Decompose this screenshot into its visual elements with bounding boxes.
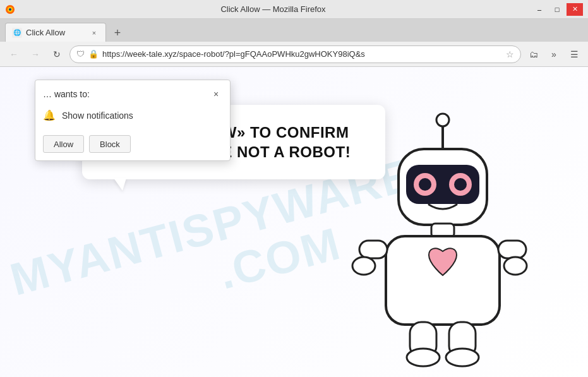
new-tab-button[interactable]: + (109, 24, 126, 42)
svg-rect-15 (498, 241, 526, 258)
pocket-button[interactable]: 🗂 (525, 45, 543, 63)
show-notifications-label: Show notifications (62, 111, 133, 121)
svg-rect-13 (359, 241, 387, 258)
url-text: https://week-tale.xyz/space-robot/?pl=gF… (102, 49, 502, 59)
tabbar: 🌐 Click Allow × + (0, 19, 588, 42)
tab-favicon: 🌐 (12, 28, 22, 38)
popup-header: … wants to: × (35, 80, 230, 105)
block-button[interactable]: Block (89, 135, 131, 153)
notification-popup: … wants to: × 🔔 Show notifications Allow… (35, 80, 231, 161)
popup-wants-to-text: … wants to: (43, 89, 90, 99)
svg-point-20 (446, 349, 479, 366)
svg-point-10 (454, 178, 467, 191)
svg-rect-12 (386, 236, 500, 325)
back-button[interactable]: ← (5, 45, 23, 63)
shield-icon: 🛡 (76, 49, 85, 59)
bell-icon: 🔔 (43, 109, 56, 121)
bookmark-star-icon[interactable]: ☆ (506, 49, 514, 59)
menu-button[interactable]: ☰ (565, 45, 583, 63)
reload-button[interactable]: ↻ (48, 45, 66, 63)
popup-buttons: Allow Block (35, 130, 230, 160)
tab-title: Click Allow (26, 28, 85, 37)
popup-notification-row: 🔔 Show notifications (35, 105, 230, 130)
svg-point-4 (436, 114, 449, 126)
navbar: ← → ↻ 🛡 🔒 https://week-tale.xyz/space-ro… (0, 42, 588, 67)
window-title: Click Allow — Mozilla Firefox (15, 4, 531, 14)
nav-right-icons: 🗂 » ☰ (525, 45, 583, 63)
titlebar: Click Allow — Mozilla Firefox – □ ✕ (0, 0, 588, 19)
address-bar[interactable]: 🛡 🔒 https://week-tale.xyz/space-robot/?p… (69, 45, 521, 63)
tab-close-button[interactable]: × (89, 28, 99, 38)
close-button[interactable]: ✕ (567, 3, 583, 16)
forward-button[interactable]: → (27, 45, 44, 63)
svg-point-16 (504, 257, 527, 275)
allow-button[interactable]: Allow (43, 135, 84, 153)
page-content: MYANTISPYWARE .COM (0, 67, 588, 377)
active-tab[interactable]: 🌐 Click Allow × (5, 23, 106, 42)
svg-point-2 (9, 8, 11, 11)
lock-icon: 🔒 (88, 49, 99, 59)
window-controls: – □ ✕ (531, 3, 583, 16)
firefox-icon (5, 4, 15, 15)
popup-close-button[interactable]: × (210, 88, 222, 100)
svg-point-14 (352, 257, 375, 275)
maximize-button[interactable]: □ (549, 3, 565, 16)
watermark-line2: .COM (213, 217, 346, 299)
titlebar-left (5, 4, 15, 15)
extensions-button[interactable]: » (545, 45, 563, 63)
svg-point-8 (419, 178, 431, 191)
minimize-button[interactable]: – (531, 3, 548, 16)
svg-point-18 (407, 349, 440, 366)
